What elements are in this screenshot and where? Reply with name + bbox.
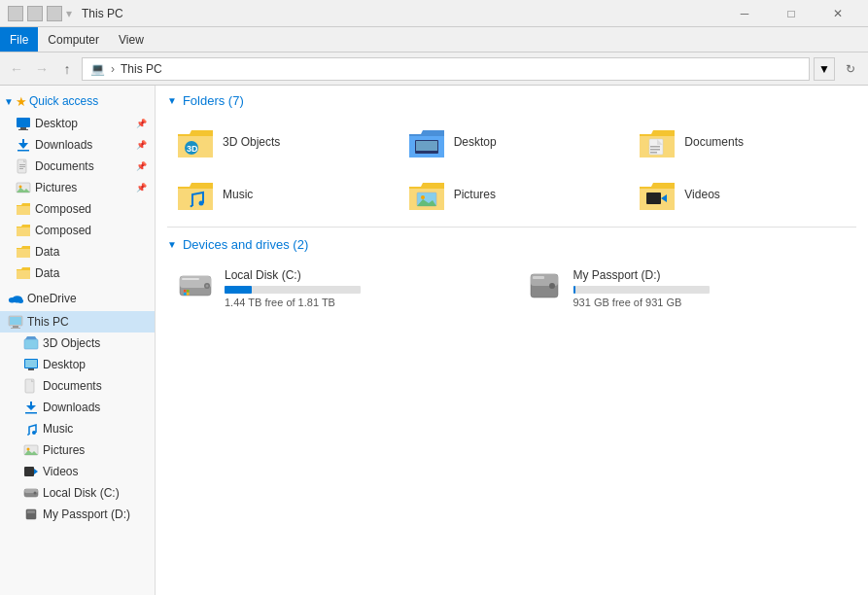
window-title: This PC	[82, 7, 123, 20]
sidebar-item-pictures-pc[interactable]: Pictures	[0, 439, 155, 461]
svg-rect-57	[182, 278, 199, 280]
sidebar-item-pictures[interactable]: Pictures 📌	[0, 177, 155, 198]
sidebar-composed2-label: Composed	[35, 224, 147, 237]
refresh-button[interactable]: ↻	[839, 57, 862, 81]
sidebar-item-data-1[interactable]: Data	[0, 241, 155, 262]
close-button[interactable]: ✕	[816, 7, 860, 20]
drive-c-name: Local Disk (C:)	[225, 268, 500, 282]
sidebar-pictures-label: Pictures	[35, 181, 130, 194]
svg-rect-38	[27, 510, 35, 513]
title-bar-controls: ▾	[8, 6, 72, 21]
path-current: This PC	[121, 62, 162, 76]
folder-icon-music	[176, 177, 215, 212]
svg-rect-1	[20, 127, 26, 129]
drives-section-label: Devices and drives (2)	[183, 237, 308, 252]
menu-computer[interactable]: Computer	[38, 27, 109, 52]
sidebar-pictures-pc-label: Pictures	[43, 443, 147, 457]
passport-icon	[23, 507, 39, 522]
svg-rect-27	[25, 412, 37, 414]
minimize-button[interactable]: ─	[722, 7, 767, 20]
desktop-icon-pc	[23, 357, 39, 372]
sidebar-item-downloads[interactable]: Downloads 📌	[0, 134, 155, 156]
drive-item-d[interactable]: My Passport (D:) 931 GB free of 931 GB	[516, 262, 857, 315]
folder-item-videos[interactable]: Videos	[629, 170, 856, 219]
sidebar-item-music-pc[interactable]: Music	[0, 418, 155, 439]
svg-rect-61	[184, 293, 187, 296]
folder-item-desktop[interactable]: Desktop	[399, 118, 626, 166]
svg-rect-8	[19, 166, 25, 167]
drive-c-info: Local Disk (C:) 1.44 TB free of 1.81 TB	[225, 268, 500, 308]
music-icon-pc	[23, 421, 39, 437]
pictures-icon-pc	[23, 442, 39, 458]
sidebar: ▼ ★ Quick access Desktop 📌 Downloads 📌	[0, 86, 156, 595]
passport-d-icon	[525, 268, 564, 303]
quick-access-header[interactable]: ▼ ★ Quick access	[0, 89, 155, 113]
menu-view[interactable]: View	[109, 27, 154, 52]
section-divider	[167, 227, 856, 228]
sidebar-data1-label: Data	[35, 245, 147, 259]
maximize-button[interactable]: □	[769, 7, 814, 20]
folder-grid: 3D 3D Objects Desktop	[167, 118, 856, 219]
sidebar-item-composed-1[interactable]: Composed	[0, 198, 155, 220]
tb-icon-2	[27, 6, 43, 21]
svg-point-36	[34, 492, 37, 495]
folder-icon-videos	[638, 177, 677, 212]
sidebar-downloads-label: Downloads	[35, 138, 130, 152]
3dobjects-icon-sidebar	[23, 335, 39, 351]
svg-point-28	[32, 431, 36, 435]
svg-rect-51	[646, 192, 661, 204]
sidebar-desktop-label: Desktop	[35, 117, 130, 130]
sidebar-item-passport[interactable]: My Passport (D:)	[0, 504, 155, 525]
pictures-icon	[16, 180, 31, 195]
sidebar-item-documents-pc[interactable]: Documents	[0, 375, 155, 397]
folder-music-label: Music	[223, 188, 253, 201]
quick-access-star-icon: ★	[16, 94, 27, 109]
folders-chevron-icon: ▼	[167, 95, 177, 106]
menu-file[interactable]: File	[0, 27, 38, 52]
svg-rect-22	[25, 360, 37, 368]
sidebar-documents-pc-label: Documents	[43, 379, 147, 393]
sidebar-onedrive-label: OneDrive	[27, 292, 147, 305]
sidebar-thispc-label: This PC	[27, 315, 147, 329]
sidebar-item-composed-2[interactable]: Composed	[0, 220, 155, 241]
folder-item-3dobjects[interactable]: 3D 3D Objects	[167, 118, 395, 166]
back-button[interactable]: ←	[6, 58, 27, 80]
svg-point-47	[199, 201, 204, 206]
onedrive-icon	[8, 291, 23, 306]
up-button[interactable]: ↑	[56, 58, 78, 80]
sidebar-item-desktop-pc[interactable]: Desktop	[0, 354, 155, 375]
svg-rect-4	[22, 139, 24, 144]
svg-rect-26	[30, 402, 32, 406]
sidebar-downloads-pc-label: Downloads	[43, 401, 147, 414]
sidebar-item-downloads-pc[interactable]: Downloads	[0, 397, 155, 418]
path-computer-icon: 💻	[90, 62, 105, 76]
address-dropdown[interactable]: ▼	[814, 57, 835, 81]
sidebar-item-desktop[interactable]: Desktop 📌	[0, 113, 155, 134]
sidebar-item-3dobjects[interactable]: 3D Objects	[0, 332, 155, 354]
folders-section-header[interactable]: ▼ Folders (7)	[167, 93, 856, 108]
folder-item-music[interactable]: Music	[167, 170, 395, 219]
tb-icon-1	[8, 6, 23, 21]
sidebar-item-videos-pc[interactable]: Videos	[0, 461, 155, 482]
sidebar-item-localdisk[interactable]: Local Disk (C:)	[0, 482, 155, 504]
pin-icon: 📌	[136, 119, 147, 128]
folder-icon-documents	[638, 124, 677, 159]
drive-c-bar	[225, 286, 252, 294]
forward-button[interactable]: →	[31, 58, 52, 80]
drive-item-c[interactable]: Local Disk (C:) 1.44 TB free of 1.81 TB	[167, 262, 508, 315]
svg-rect-23	[28, 368, 34, 370]
sidebar-item-thispc[interactable]: This PC	[0, 311, 155, 332]
sidebar-item-documents[interactable]: Documents 📌	[0, 156, 155, 177]
folder-icon-pictures	[407, 177, 446, 212]
folder-item-documents[interactable]: Documents	[629, 118, 856, 166]
drive-d-free: 931 GB free of 931 GB	[573, 297, 849, 308]
address-path[interactable]: 💻 › This PC	[82, 57, 810, 81]
sidebar-item-onedrive[interactable]: OneDrive	[0, 288, 155, 309]
folder-item-pictures[interactable]: Pictures	[399, 170, 626, 219]
drives-section-header[interactable]: ▼ Devices and drives (2)	[167, 237, 856, 252]
harddisk-icon	[23, 485, 39, 501]
sidebar-localdisk-label: Local Disk (C:)	[43, 486, 147, 500]
sidebar-item-data-2[interactable]: Data	[0, 262, 155, 284]
svg-rect-9	[19, 168, 23, 169]
chevron-icon: ▼	[4, 96, 14, 107]
